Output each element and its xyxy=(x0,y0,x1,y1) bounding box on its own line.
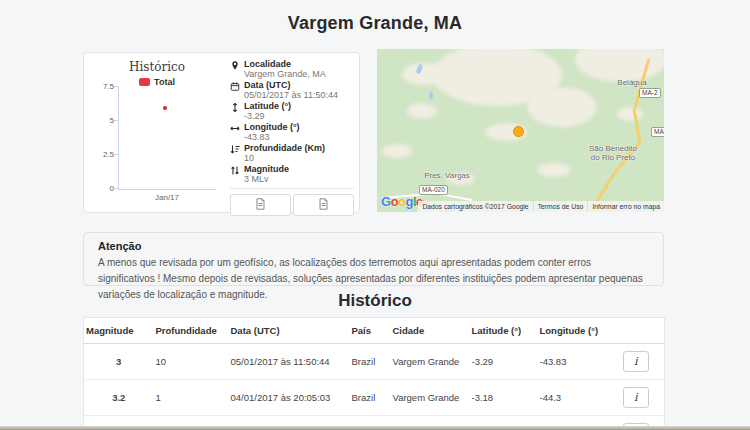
cell-profundidade: 10 xyxy=(154,344,229,380)
info-item-longitude: Longitude (°) -43.83 xyxy=(230,122,354,142)
info-item-magnitude: Magnitude 3 MLv xyxy=(230,164,354,184)
warning-title: Atenção xyxy=(98,240,649,252)
cell-cidade: Vargem Grande xyxy=(391,380,470,416)
y-tick-label: 0 xyxy=(92,184,114,193)
logo-letter: G xyxy=(381,194,391,209)
cell-latitude: -3.29 xyxy=(470,344,538,380)
info-value: -3.29 xyxy=(244,111,291,121)
chart-title: Histórico xyxy=(84,60,230,74)
cell-cidade: Vargem Grande xyxy=(391,344,470,380)
event-info-list: Localidade Vargem Grande, MA Data (UTC) … xyxy=(230,59,354,216)
info-label: Localidade xyxy=(244,59,326,69)
attribution-copyright: Dados cartográficos ©2017 Google xyxy=(418,201,532,212)
col-header-pais: País xyxy=(350,318,391,344)
cell-longitude: -44.3 xyxy=(538,380,608,416)
row-info-button[interactable]: i xyxy=(623,351,649,372)
history-mini-chart: Histórico Total 7.5 5 2.5 0 Jan/17 xyxy=(84,53,230,212)
cell-pais: Brazil xyxy=(350,380,391,416)
info-item-latitude: Latitude (°) -3.29 xyxy=(230,101,354,121)
history-table: Magnitude Profundidade Data (UTC) País C… xyxy=(83,317,665,430)
map-terrain-patch xyxy=(537,163,571,177)
col-header-longitude: Longitude (°) xyxy=(538,318,608,344)
info-value: -43.83 xyxy=(244,132,300,142)
y-tick-label: 2.5 xyxy=(92,150,114,159)
up-down-sort-icon xyxy=(230,164,244,184)
file-document-icon xyxy=(318,198,329,213)
map-terrain-patch xyxy=(617,107,643,121)
divider xyxy=(230,188,354,189)
map-label-pres-vargas[interactable]: Pres. Vargas xyxy=(417,171,477,180)
cell-data-utc: 05/01/2017 às 11:50:44 xyxy=(229,344,350,380)
report-map-error-link[interactable]: Informar erro no mapa xyxy=(588,201,664,212)
map-terrain-patch xyxy=(407,103,437,119)
cell-data-utc: 04/01/2017 às 20:05:03 xyxy=(229,380,350,416)
table-header-row: Magnitude Profundidade Data (UTC) País C… xyxy=(84,318,665,344)
y-axis-line xyxy=(118,86,119,189)
road-badge: MA-020 xyxy=(419,185,448,195)
map-attribution: Dados cartográficos ©2017 Google Termos … xyxy=(418,201,664,212)
calendar-icon xyxy=(230,80,244,100)
info-label: Longitude (°) xyxy=(244,122,300,132)
epicenter-marker[interactable] xyxy=(513,126,524,137)
info-item-profundidade: Profundidade (Km) 10 xyxy=(230,143,354,163)
footer-edge xyxy=(0,426,750,430)
col-header-latitude: Latitude (°) xyxy=(470,318,538,344)
arrows-vertical-icon xyxy=(230,101,244,121)
cell-magnitude: 3.2 xyxy=(84,380,154,416)
x-tick-label: Jan/17 xyxy=(118,193,216,202)
map-label-sao-benedito-line2[interactable]: do Rio Preto xyxy=(582,153,644,162)
map-pin-icon xyxy=(230,59,244,79)
info-value: 05/01/2017 às 11:50:44 xyxy=(244,90,338,100)
cell-longitude: -43.83 xyxy=(538,344,608,380)
logo-letter: g xyxy=(406,194,413,209)
cell-latitude: -3.18 xyxy=(470,380,538,416)
info-label: Latitude (°) xyxy=(244,101,291,111)
info-value: Vargem Grande, MA xyxy=(244,69,326,79)
data-point-total-jan17[interactable] xyxy=(163,106,167,110)
terms-of-use-link[interactable]: Termos de Uso xyxy=(534,201,588,212)
water-feature xyxy=(429,92,433,99)
col-header-cidade: Cidade xyxy=(391,318,470,344)
x-axis-line xyxy=(118,189,216,190)
info-label: Profundidade (Km) xyxy=(244,143,325,153)
map-terrain-patch xyxy=(527,87,597,127)
depth-sort-icon xyxy=(230,143,244,163)
y-tick-label: 7.5 xyxy=(92,82,114,91)
map-terrain-patch xyxy=(402,63,447,85)
y-tick-label: 5 xyxy=(92,116,114,125)
logo-letter: o xyxy=(391,194,398,209)
map-terrain-patch xyxy=(382,144,412,158)
warning-box: Atenção A menos que revisada por um geof… xyxy=(83,232,664,286)
map-label-sao-benedito-line1[interactable]: São Benedito xyxy=(582,144,644,153)
page: Vargem Grande, MA Histórico Total 7.5 5 … xyxy=(0,0,750,430)
info-value: 3 MLv xyxy=(244,174,289,184)
map-label-belagua[interactable]: Belágua xyxy=(607,78,657,87)
col-header-magnitude: Magnitude xyxy=(84,318,154,344)
table-row: 3 10 05/01/2017 às 11:50:44 Brazil Varge… xyxy=(84,344,665,380)
cell-pais: Brazil xyxy=(350,344,391,380)
arrows-horizontal-icon xyxy=(230,122,244,142)
google-map[interactable]: Belágua São Benedito do Rio Preto Pres. … xyxy=(377,49,664,212)
event-detail-panel: Histórico Total 7.5 5 2.5 0 Jan/17 xyxy=(83,52,360,213)
export-file-button-1[interactable] xyxy=(230,194,291,216)
info-value: 10 xyxy=(244,153,325,163)
road-badge: MA- xyxy=(651,127,664,137)
export-buttons xyxy=(230,194,354,216)
info-item-localidade: Localidade Vargem Grande, MA xyxy=(230,59,354,79)
legend-label: Total xyxy=(154,77,175,87)
cell-magnitude: 3 xyxy=(84,344,154,380)
logo-letter: o xyxy=(398,194,405,209)
info-item-data-utc: Data (UTC) 05/01/2017 às 11:50:44 xyxy=(230,80,354,100)
cell-profundidade: 1 xyxy=(154,380,229,416)
info-label: Data (UTC) xyxy=(244,80,338,90)
history-section-heading: Histórico xyxy=(0,291,750,311)
road-badge: MA-2 xyxy=(639,88,661,98)
col-header-actions xyxy=(608,318,665,344)
info-label: Magnitude xyxy=(244,164,289,174)
file-document-icon xyxy=(255,198,266,213)
col-header-profundidade: Profundidade xyxy=(154,318,229,344)
col-header-data-utc: Data (UTC) xyxy=(229,318,350,344)
export-file-button-2[interactable] xyxy=(293,194,354,216)
google-logo[interactable]: Google xyxy=(381,194,423,209)
row-info-button[interactable]: i xyxy=(623,387,649,408)
